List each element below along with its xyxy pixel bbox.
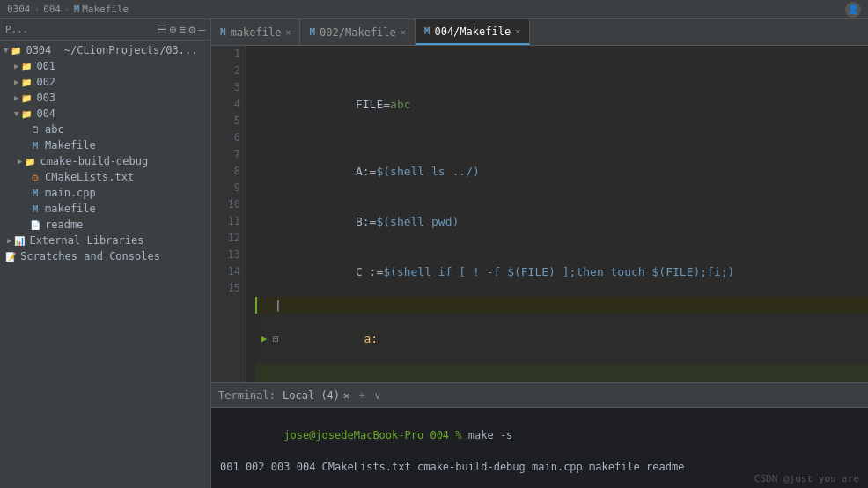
tab-icon: M [309, 26, 315, 38]
tab-bar: M makefile ✕ M 002/Makefile ✕ M 004/Make… [211, 19, 868, 46]
close-icon[interactable]: ✕ [285, 27, 291, 37]
sidebar-toolbar: ☰ ⊕ ≡ ⚙ — [157, 23, 205, 36]
close-icon[interactable]: ✕ [401, 27, 406, 37]
sidebar-item-external-libs[interactable]: ▶ 📊 External Libraries [0, 233, 210, 248]
folder-open-icon: 📁 [19, 107, 33, 121]
sidebar-item-makefile[interactable]: M Makefile [0, 137, 210, 153]
terminal-tab-label: Local (4) [283, 389, 340, 402]
code-line-9: ▶ ⊟ a: [255, 314, 868, 364]
folder-open-icon: 📁 [9, 43, 23, 57]
sidebar-icon-settings[interactable]: ⚙ [188, 23, 195, 36]
folder-icon: 📁 [23, 154, 37, 168]
sidebar: P... ☰ ⊕ ≡ ⚙ — ▼ 📁 0304 ~/CLionProjects/… [0, 19, 211, 488]
tab-004-makefile[interactable]: M 004/Makefile ✕ [416, 19, 530, 45]
code-line-8: | [255, 297, 868, 314]
sidebar-item-label: 004 [36, 107, 55, 120]
sidebar-item-001[interactable]: ▶ 📁 001 [0, 58, 210, 74]
sidebar-icon-add[interactable]: ⊕ [170, 23, 177, 36]
sidebar-item-004[interactable]: ▼ 📁 004 [0, 106, 210, 122]
sidebar-item-cmakelists[interactable]: ⚙ CMakeLists.txt [0, 169, 210, 185]
collapse-icon[interactable]: ⊟ [273, 330, 279, 347]
terminal-add-button[interactable]: ＋ [357, 388, 367, 403]
code-text: a: [282, 314, 379, 364]
arrow-icon: ▶ [14, 78, 18, 86]
sidebar-icon-minimize[interactable]: — [198, 23, 205, 36]
sidebar-item-002[interactable]: ▶ 📁 002 [0, 74, 210, 90]
project-label: P... [5, 24, 29, 35]
code-line-2 [255, 63, 868, 79]
terminal-chevron-icon[interactable]: ∨ [374, 389, 380, 402]
sidebar-item-abc[interactable]: 🗒 abc [0, 122, 210, 137]
terminal: Terminal: Local (4) ✕ ＋ ∨ jose@josedeMac… [211, 382, 868, 488]
breadcrumb: 0304 › 004 › MMakefile [7, 4, 129, 15]
sidebar-item-main-cpp[interactable]: M main.cpp [0, 185, 210, 201]
terminal-line-2: 001 002 003 004 CMakeLists.txt cmake-bui… [220, 459, 859, 473]
arrow-icon: ▶ [14, 62, 18, 70]
sidebar-item-readme[interactable]: 📄 readme [0, 217, 210, 233]
editor-area: M makefile ✕ M 002/Makefile ✕ M 004/Make… [211, 19, 868, 488]
code-line-7: C :=$(shell if [ ! -f $(FILE) ];then tou… [255, 247, 868, 297]
code-line-4 [255, 129, 868, 146]
terminal-command: make -s [468, 429, 513, 441]
breadcrumb-part-3: MMakefile [74, 4, 129, 15]
arrow-icon: ▼ [4, 46, 8, 55]
code-text: FILE=abc [273, 79, 411, 129]
main-container: P... ☰ ⊕ ≡ ⚙ — ▼ 📁 0304 ~/CLionProjects/… [0, 19, 868, 488]
code-text: C :=$(shell if [ ! -f $(FILE) ];then tou… [273, 247, 734, 297]
sidebar-item-label: Scratches and Consoles [20, 250, 160, 262]
sidebar-item-label: main.cpp [45, 187, 96, 199]
tab-makefile[interactable]: M makefile ✕ [211, 19, 300, 45]
sidebar-item-003[interactable]: ▶ 📁 003 [0, 90, 210, 106]
sidebar-icon-menu[interactable]: ≡ [180, 23, 187, 36]
watermark: CSDN @just you are [211, 473, 868, 488]
code-text: B:=$(shell pwd) [273, 196, 459, 247]
sidebar-item-label: CMakeLists.txt [45, 171, 134, 183]
code-line-6: B:=$(shell pwd) [255, 196, 868, 247]
user-icon[interactable]: 👤 [845, 2, 861, 18]
breadcrumb-sep-1: › [34, 4, 40, 15]
makefile-icon: M [28, 202, 42, 216]
close-icon[interactable]: ✕ [515, 26, 520, 36]
editor-content: 1 2 3 4 5 6 7 8 9 10 11 12 13 14 15 [211, 46, 868, 382]
sidebar-item-label: 003 [36, 92, 55, 104]
terminal-label: Terminal: [218, 389, 276, 402]
sidebar-item-label: makefile [45, 203, 96, 215]
breadcrumb-part-2: 004 [43, 4, 61, 15]
readme-icon: 📄 [28, 218, 42, 232]
terminal-content: jose@josedeMacBook-Pro 004 % make -s 001… [211, 408, 868, 473]
sidebar-tree: ▼ 📁 0304 ~/CLionProjects/03... ▶ 📁 001 ▶… [0, 41, 210, 488]
terminal-tab-local[interactable]: Local (4) ✕ [283, 389, 349, 402]
sidebar-item-label: 0304 ~/CLionProjects/03... [26, 44, 197, 56]
sidebar-item-label: 001 [36, 60, 55, 72]
terminal-close-icon[interactable]: ✕ [343, 389, 349, 402]
sidebar-item-root[interactable]: ▼ 📁 0304 ~/CLionProjects/03... [0, 42, 210, 58]
line-numbers: 1 2 3 4 5 6 7 8 9 10 11 12 13 14 15 [211, 46, 246, 382]
sidebar-item-cmake-build-debug[interactable]: ▶ 📁 cmake-build-debug [0, 153, 210, 169]
bp-area: ▶ [255, 330, 273, 347]
tab-label: 004/Makefile [434, 26, 511, 38]
extlib-icon: 📊 [12, 233, 26, 248]
tab-002-makefile[interactable]: M 002/Makefile ✕ [300, 19, 415, 45]
sidebar-item-makefile2[interactable]: M makefile [0, 201, 210, 217]
arrow-icon: ▶ [7, 236, 11, 245]
sidebar-item-label: External Libraries [29, 234, 143, 247]
code-line-3: FILE=abc [255, 79, 868, 129]
code-area[interactable]: FILE=abc A:=$(shell ls ../) [246, 46, 868, 382]
breadcrumb-part-1: 0304 [7, 4, 31, 15]
arrow-icon: ▼ [14, 109, 18, 118]
code-line-5: A:=$(shell ls ../) [255, 146, 868, 196]
file-icon: 🗒 [28, 122, 42, 137]
sidebar-item-scratches[interactable]: 📝 Scratches and Consoles [0, 248, 210, 264]
top-bar: 0304 › 004 › MMakefile 👤 [0, 0, 868, 19]
folder-icon: 📁 [19, 91, 33, 105]
sidebar-icon-browse[interactable]: ☰ [157, 23, 167, 36]
terminal-line-1: jose@josedeMacBook-Pro 004 % make -s [220, 411, 859, 459]
code-line-1 [255, 46, 868, 63]
code-line-10: echo $(A) [255, 364, 868, 382]
terminal-prompt: jose@josedeMacBook-Pro 004 % [283, 429, 468, 441]
sidebar-item-label: cmake-build-debug [40, 155, 148, 167]
sidebar-item-label: 002 [36, 76, 55, 88]
run-button[interactable]: ▶ [261, 330, 268, 347]
code-text: A:=$(shell ls ../) [273, 146, 480, 196]
tab-icon: M [220, 26, 226, 38]
